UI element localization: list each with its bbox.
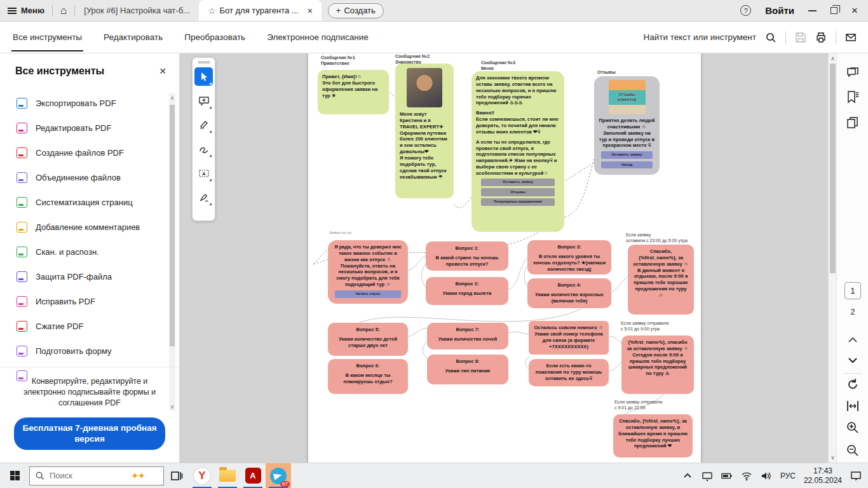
node-text: {%first_name%}, спасибо за оставленную з… <box>626 339 689 377</box>
zoom-out-icon[interactable] <box>846 444 860 458</box>
bookmarks-panel-icon[interactable] <box>846 90 860 104</box>
tool-item-add-comments[interactable]: Добавление комментариев <box>0 215 170 240</box>
agent-photo <box>407 68 442 107</box>
minimize-icon[interactable] <box>808 10 817 11</box>
menu-esign[interactable]: Электронное подписание <box>266 23 370 51</box>
tool-item-repair-pdf[interactable]: Исправить PDF <box>0 289 170 314</box>
copilot-sparkle-icon[interactable]: ✦✦ <box>131 470 144 482</box>
action-center-icon[interactable] <box>850 470 862 482</box>
cast-icon[interactable] <box>702 470 713 482</box>
add-comments-icon <box>17 222 27 233</box>
rotate-page-icon[interactable] <box>846 377 860 391</box>
taskbar-clock[interactable]: 17:43 22.05.2024 <box>804 466 842 485</box>
close-panel-icon[interactable]: ✕ <box>159 66 166 76</box>
search-icon[interactable] <box>765 32 776 43</box>
tool-item-combine-files[interactable]: Объединение файлов <box>0 165 170 190</box>
tool-item-scan-ocr[interactable]: Скан. и распозн. <box>0 240 170 264</box>
document-scrollbar[interactable]: ∧ ∨ <box>828 53 836 463</box>
close-icon[interactable]: × <box>851 5 858 16</box>
taskbar-file-explorer[interactable] <box>215 463 240 488</box>
select-text-tool-button[interactable]: A <box>194 164 213 182</box>
taskbar-yandex-browser[interactable]: Y <box>189 463 215 488</box>
next-page-icon[interactable] <box>846 353 860 367</box>
tool-label: Объединение файлов <box>36 173 121 182</box>
fit-width-icon[interactable] <box>846 399 860 413</box>
help-icon[interactable]: ? <box>740 5 751 16</box>
tool-item-create-pdf[interactable]: Создание файлов PDF <box>0 140 170 165</box>
reviews-button-leave-request[interactable]: Оставить заявку <box>601 151 653 159</box>
menu-edit[interactable]: Редактировать <box>102 23 164 51</box>
restore-icon[interactable] <box>831 7 837 14</box>
battery-icon[interactable] <box>721 470 733 482</box>
mail-icon[interactable] <box>845 32 857 43</box>
pages-panel-icon[interactable] <box>846 116 860 130</box>
tool-item-export-pdf[interactable]: Экспортировать PDF <box>0 91 170 116</box>
print-icon[interactable] <box>815 32 827 43</box>
scroll-thumb[interactable] <box>170 105 175 346</box>
trial-button[interactable]: Бесплатная 7-дневная пробная версия <box>14 417 165 450</box>
menu-button[interactable]: Меню <box>0 0 52 21</box>
save-icon[interactable] <box>795 32 806 43</box>
task-view-button[interactable] <box>164 463 189 488</box>
tab-active[interactable]: ☆ Бот для турагента ... × <box>199 0 322 21</box>
tool-item-prepare-form[interactable]: Подготовить форму <box>0 339 170 363</box>
home-icon[interactable]: ⌂ <box>53 4 74 17</box>
node-wishes: Если есть какие-то пожелания по туру мож… <box>529 359 609 386</box>
menu-button-popular-destinations[interactable]: Популярные направления <box>481 198 555 207</box>
scroll-thumb[interactable] <box>830 64 836 273</box>
node-text: Спасибо, {%first_name%}, за оставленную … <box>632 248 689 299</box>
tool-label: Исправить PDF <box>36 297 95 306</box>
label-message1: Сообщение №1 Приветствие <box>321 55 355 67</box>
highlight-tool-button[interactable] <box>194 116 213 134</box>
node-text: Важно‼ Если сомневаешься, стоит ли мне д… <box>476 110 560 135</box>
draw-tool-button[interactable] <box>194 140 213 158</box>
app-titlebar: Меню ⌂ [Урок #6] Настройка чат-б... ☆ Бо… <box>0 0 868 22</box>
tool-item-edit-pdf[interactable]: Редактировать PDF <box>0 116 170 140</box>
star-icon[interactable]: ☆ <box>208 6 216 16</box>
tab-inactive[interactable]: [Урок #6] Настройка чат-б... <box>75 0 199 21</box>
start-survey-button[interactable]: Начать опрос <box>335 290 401 298</box>
menu-all-tools[interactable]: Все инструменты <box>11 23 83 51</box>
label-night: Если заявку оставили с 23:00 до 5:00 утр… <box>626 233 688 244</box>
select-tool-button[interactable] <box>194 67 213 86</box>
taskbar-search[interactable]: ✦✦ <box>29 466 164 485</box>
question-text: Укажи тип питания <box>431 368 504 374</box>
tool-item-protect-pdf[interactable]: Защита PDF-файла <box>0 264 170 289</box>
page-thumbnail-2[interactable]: 2 <box>844 308 861 316</box>
app-menubar: Все инструменты Редактировать Преобразов… <box>0 22 868 53</box>
panel-scrollbar[interactable]: ∧ ∨ <box>169 93 175 411</box>
reviews-button-back[interactable]: Назад <box>601 161 653 169</box>
sign-tool-button[interactable] <box>194 188 213 207</box>
tool-item-compress-pdf[interactable]: Сжатие PDF <box>0 314 170 339</box>
wifi-icon[interactable] <box>741 470 752 482</box>
menu-button-leave-request[interactable]: Оставить заявку <box>481 179 555 187</box>
start-button[interactable] <box>0 463 29 488</box>
search-input[interactable] <box>50 471 126 480</box>
desktop: { "titlebar": { "menu_label": "Меню", "t… <box>0 0 868 488</box>
create-button[interactable]: + Создать <box>328 3 384 18</box>
tool-item-organize-pages[interactable]: Систематизация страниц <box>0 190 170 215</box>
scroll-up-icon[interactable]: ∧ <box>169 95 175 101</box>
menu-button-reviews[interactable]: Отзывы <box>481 188 555 196</box>
node-question3: Вопрос 3: В отеле какого уровня ты хочеш… <box>527 240 611 274</box>
volume-icon[interactable] <box>761 470 772 482</box>
drag-handle[interactable] <box>198 61 210 64</box>
node-text: Я рада, что ты доверил мне такое важное … <box>332 244 403 288</box>
taskbar-telegram[interactable]: 87 <box>266 463 291 488</box>
combine-files-icon <box>17 172 27 183</box>
tool-label: Защита PDF-файла <box>36 272 112 281</box>
hidden-icons-chevron[interactable] <box>682 470 693 482</box>
previous-page-icon[interactable] <box>846 333 860 347</box>
signin-button[interactable]: Войти <box>765 5 794 16</box>
menu-convert[interactable]: Преобразовать <box>183 23 247 51</box>
close-tab-icon[interactable]: × <box>308 6 313 16</box>
yandex-icon: Y <box>194 468 210 484</box>
add-comment-tool-button[interactable] <box>194 92 213 110</box>
quick-tools-toolbar: A <box>192 57 215 221</box>
zoom-in-icon[interactable] <box>846 421 860 435</box>
tool-label: Создание файлов PDF <box>36 148 124 158</box>
page-thumbnail-1[interactable]: 1 <box>844 282 861 299</box>
comments-panel-icon[interactable] <box>846 66 860 80</box>
taskbar-acrobat[interactable]: A <box>240 463 266 488</box>
language-indicator[interactable]: РУС <box>780 471 796 480</box>
